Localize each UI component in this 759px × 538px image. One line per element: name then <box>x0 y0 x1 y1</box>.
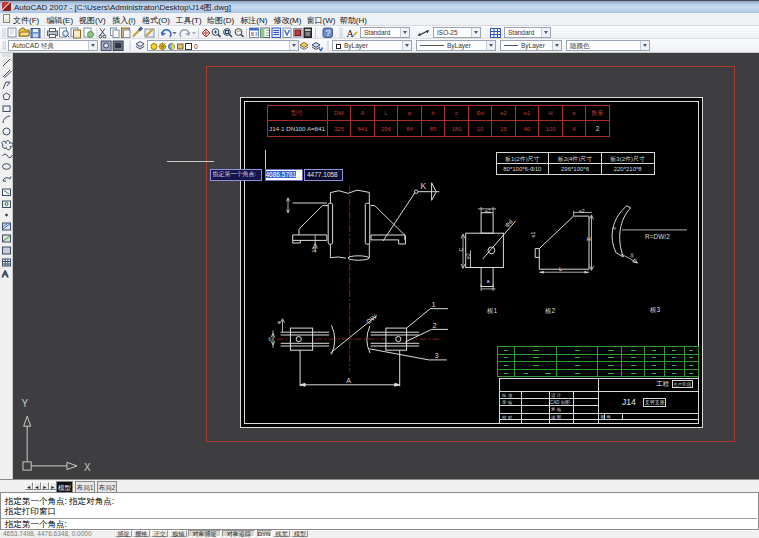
svg-text:R=DW/2: R=DW/2 <box>645 232 670 239</box>
svg-text:84: 84 <box>406 125 413 131</box>
svg-text:A: A <box>2 269 8 279</box>
svg-text:2: 2 <box>596 124 600 131</box>
svg-text:A: A <box>360 110 364 116</box>
svg-text:复 核: 复 核 <box>551 407 562 412</box>
svg-text:板2: 板2 <box>544 307 556 314</box>
svg-text:工程: 工程 <box>656 380 670 387</box>
svg-text:图 号: 图 号 <box>601 414 612 419</box>
svg-text:180: 180 <box>451 125 462 131</box>
svg-text:85: 85 <box>430 125 437 131</box>
svg-text:3: 3 <box>435 351 439 360</box>
svg-text:e2: e2 <box>500 110 507 116</box>
svg-text:2: 2 <box>433 321 437 330</box>
svg-text:b: b <box>269 336 272 342</box>
svg-text:325: 325 <box>334 125 345 131</box>
svg-text:841: 841 <box>357 125 368 131</box>
svg-text:100: 100 <box>545 125 556 131</box>
svg-text:10: 10 <box>477 125 484 131</box>
svg-text:J14-1 DN100 A=841: J14-1 DN100 A=841 <box>269 124 325 131</box>
svg-text:K: K <box>421 180 427 190</box>
svg-text:c: c <box>455 110 458 116</box>
svg-text:生产阶段: 生产阶段 <box>674 381 693 387</box>
svg-text:A: A <box>346 376 351 383</box>
svg-text:设 计: 设 计 <box>551 391 562 397</box>
svg-text:C: C <box>458 247 464 251</box>
svg-text:批 准: 批 准 <box>501 392 513 397</box>
svg-text:25: 25 <box>500 125 507 131</box>
svg-text:板1: 板1 <box>486 307 498 314</box>
svg-text:e1: e1 <box>524 110 531 116</box>
svg-text:校 对: 校 对 <box>502 414 513 419</box>
svg-text:板3(2件)尺寸: 板3(2件)尺寸 <box>609 155 645 161</box>
svg-text:DW: DW <box>334 110 344 116</box>
svg-text:Y: Y <box>22 398 29 409</box>
svg-text:支管支座: 支管支座 <box>645 399 665 406</box>
svg-text:1: 1 <box>432 300 436 309</box>
svg-text:s: s <box>573 110 576 116</box>
svg-text:X: X <box>84 461 91 472</box>
svg-text:Φd: Φd <box>476 110 484 116</box>
svg-text:15: 15 <box>311 246 317 252</box>
svg-text:板2(4件)尺寸: 板2(4件)尺寸 <box>557 155 593 161</box>
svg-text:数量: 数量 <box>592 110 604 116</box>
svg-text:80*100*6-Φ10: 80*100*6-Φ10 <box>503 166 542 172</box>
svg-text:H: H <box>587 235 591 241</box>
svg-text:296*100*6: 296*100*6 <box>561 166 590 172</box>
svg-text:40: 40 <box>524 125 531 131</box>
svg-text:H: H <box>548 110 552 116</box>
svg-text:e1: e1 <box>530 231 536 237</box>
svg-text:A: A <box>347 27 355 38</box>
svg-text:J14: J14 <box>622 397 636 407</box>
svg-text:a: a <box>278 319 281 325</box>
svg-text:220*210*8: 220*210*8 <box>614 166 643 172</box>
svg-text:296: 296 <box>381 125 392 131</box>
svg-text:板3: 板3 <box>649 306 661 313</box>
svg-text:审 核: 审 核 <box>502 400 513 405</box>
svg-text:型号: 型号 <box>291 109 303 117</box>
svg-text:e2: e2 <box>579 207 585 213</box>
svg-text:e2: e2 <box>485 208 491 214</box>
svg-text:CAD 制图: CAD 制图 <box>550 400 570 405</box>
svg-text:e2: e2 <box>465 253 471 259</box>
svg-text:?: ? <box>326 28 331 38</box>
svg-text:板1(2件)尺寸: 板1(2件)尺寸 <box>504 155 540 161</box>
svg-text:描 图: 描 图 <box>550 414 561 419</box>
